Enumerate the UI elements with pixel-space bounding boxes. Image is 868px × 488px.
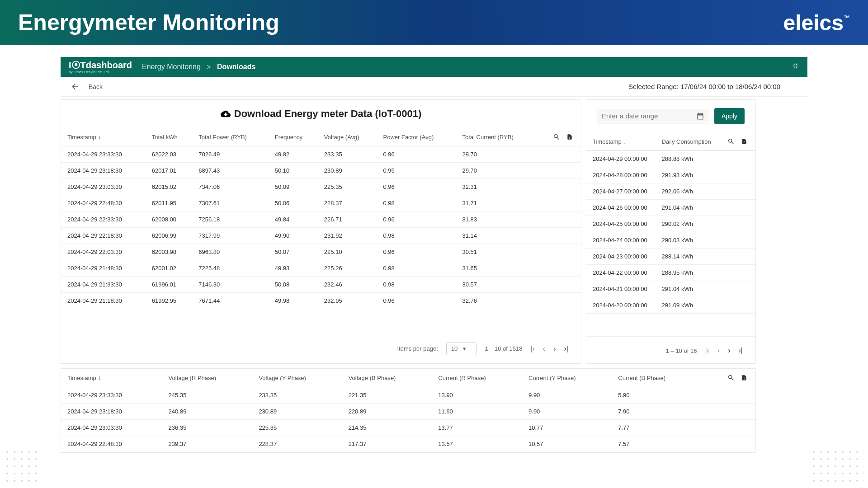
- table-cell: 217.37: [342, 436, 432, 452]
- column-header[interactable]: Voltage (B Phase): [342, 369, 432, 387]
- table-row: 2024-04-23 00:00:00288.14 kWh: [586, 249, 755, 265]
- search-icon[interactable]: [553, 133, 560, 141]
- column-header[interactable]: Voltage (R Phase): [162, 369, 253, 387]
- table-cell: 2024-04-21 00:00:00: [586, 281, 656, 297]
- table-cell: 0.98: [377, 277, 456, 293]
- table-cell: 2024-04-29 22:18:30: [61, 228, 146, 244]
- column-header[interactable]: Power Factor (Avg): [377, 128, 456, 146]
- table-cell: 0.96: [377, 293, 456, 309]
- table-cell: 228.37: [318, 195, 377, 211]
- table-cell: 233.35: [252, 387, 342, 404]
- chevron-down-icon: ▾: [463, 345, 466, 352]
- table-cell: 221.35: [342, 387, 432, 404]
- table-cell: 226.71: [318, 211, 377, 228]
- side-next-page-button[interactable]: ›: [728, 347, 730, 355]
- calendar-icon[interactable]: [696, 112, 704, 120]
- table-cell: 288.14 kWh: [656, 249, 719, 265]
- side-first-page-button[interactable]: |‹: [705, 347, 709, 355]
- column-header[interactable]: Daily Consumption: [656, 132, 719, 151]
- next-page-button[interactable]: ›: [553, 345, 556, 353]
- table-row: 2024-04-29 22:33:3062008.007256.1849.842…: [61, 211, 581, 228]
- table-cell: 7256.18: [192, 211, 268, 228]
- table-cell: 239.37: [162, 436, 253, 452]
- table-cell: 13.57: [432, 436, 522, 452]
- apply-button[interactable]: Apply: [714, 108, 745, 124]
- table-cell: 2024-04-29 23:03:30: [61, 420, 162, 436]
- search-icon[interactable]: [727, 138, 735, 145]
- column-header[interactable]: Timestamp ↓: [586, 132, 656, 151]
- table-cell: 10.77: [522, 420, 612, 436]
- file-download-icon[interactable]: [566, 133, 573, 141]
- column-header[interactable]: Current (R Phase): [432, 369, 522, 387]
- column-header[interactable]: Total kWh: [146, 128, 192, 146]
- table-cell: 5.90: [612, 387, 702, 404]
- table-row: 2024-04-25 00:00:00290.02 kWh: [586, 216, 755, 232]
- column-header[interactable]: Total Current (RYB): [456, 128, 536, 146]
- table-row: 2024-04-29 23:33:30245.35233.35221.3513.…: [61, 387, 755, 404]
- table-row: 2024-04-29 23:03:3062015.027347.0650.092…: [61, 179, 581, 195]
- table-cell: 214.35: [342, 420, 432, 436]
- table-cell: 62022.03: [146, 146, 192, 163]
- table-cell: 49.82: [269, 146, 318, 163]
- table-cell: 32.31: [456, 179, 536, 195]
- table-cell: 2024-04-29 21:48:30: [61, 260, 146, 277]
- sort-desc-icon: ↓: [98, 374, 101, 381]
- topbar: I⦿Tdashboard by Eleics Design Pvt. Ltd. …: [61, 57, 807, 77]
- breadcrumb-item-downloads[interactable]: Downloads: [217, 63, 255, 71]
- back-button[interactable]: Back: [61, 77, 214, 96]
- fullscreen-toggle[interactable]: [791, 62, 799, 72]
- table-cell: 2024-04-29 23:33:30: [61, 146, 146, 163]
- table-cell: 291.04 kWh: [656, 200, 719, 216]
- table-cell: 2024-04-22 00:00:00: [586, 265, 656, 281]
- last-page-button[interactable]: ›|: [564, 345, 568, 353]
- side-prev-page-button[interactable]: ‹: [717, 347, 720, 355]
- column-header[interactable]: Timestamp ↓: [61, 369, 162, 387]
- table-cell: 0.98: [377, 260, 456, 277]
- column-header[interactable]: Current (Y Phase): [522, 369, 612, 387]
- column-header[interactable]: Total Power (RYB): [192, 128, 268, 146]
- table-cell: 49.90: [269, 228, 318, 244]
- column-header[interactable]: Frequency: [269, 128, 318, 146]
- file-download-icon[interactable]: [741, 138, 747, 145]
- column-header[interactable]: Current (B Phase): [612, 369, 702, 387]
- prev-page-button[interactable]: ‹: [543, 345, 545, 353]
- table-cell: 245.35: [162, 387, 253, 404]
- table-cell: 61992.95: [146, 293, 192, 309]
- table-cell: 7.57: [612, 436, 702, 452]
- table-cell: 7225.48: [192, 260, 268, 277]
- table-cell: 2024-04-20 00:00:00: [586, 297, 656, 314]
- items-per-page-select[interactable]: 10 ▾: [446, 342, 476, 355]
- column-header[interactable]: Voltage (Avg): [318, 128, 377, 146]
- search-icon[interactable]: [727, 374, 735, 381]
- table-cell: 290.02 kWh: [656, 216, 719, 232]
- table-cell: 0.96: [377, 179, 456, 195]
- table-cell: 29.70: [456, 146, 536, 163]
- table-cell: 240.89: [162, 404, 253, 420]
- table-cell: 0.95: [377, 163, 456, 179]
- side-page-range-label: 1 – 10 of 16: [666, 347, 697, 354]
- file-download-icon[interactable]: [741, 374, 747, 381]
- phase-data-table: Timestamp ↓Voltage (R Phase)Voltage (Y P…: [61, 369, 755, 452]
- table-cell: 2024-04-25 00:00:00: [586, 216, 656, 232]
- actions-header: [702, 369, 755, 387]
- table-cell: 2024-04-29 22:48:30: [61, 195, 146, 211]
- main-card-title: Download Energy meter Data (IoT-0001): [234, 108, 421, 120]
- date-range-input[interactable]: [602, 112, 696, 120]
- side-last-page-button[interactable]: ›|: [739, 347, 743, 355]
- table-cell: 7.77: [612, 420, 702, 436]
- table-cell: 2024-04-29 23:18:30: [61, 404, 162, 420]
- table-cell: 230.89: [252, 404, 342, 420]
- date-range-input-wrap[interactable]: [597, 109, 709, 123]
- table-cell: 11.90: [432, 404, 522, 420]
- breadcrumb-item-energy-monitoring[interactable]: Energy Monitoring: [142, 63, 201, 71]
- cloud-download-icon: [221, 109, 231, 119]
- banner: Energymeter Monitoring eleics ™: [0, 0, 868, 45]
- column-header[interactable]: Timestamp ↓: [61, 128, 146, 146]
- decorative-dots: [810, 448, 864, 484]
- table-cell: 0.98: [377, 228, 456, 244]
- first-page-button[interactable]: |‹: [530, 345, 534, 353]
- table-cell: 13.90: [432, 387, 522, 404]
- table-cell: 2024-04-29 23:03:30: [61, 179, 146, 195]
- daily-consumption-card: Apply Timestamp ↓Daily Consumption 2024-…: [586, 99, 756, 364]
- column-header[interactable]: Voltage (Y Phase): [252, 369, 342, 387]
